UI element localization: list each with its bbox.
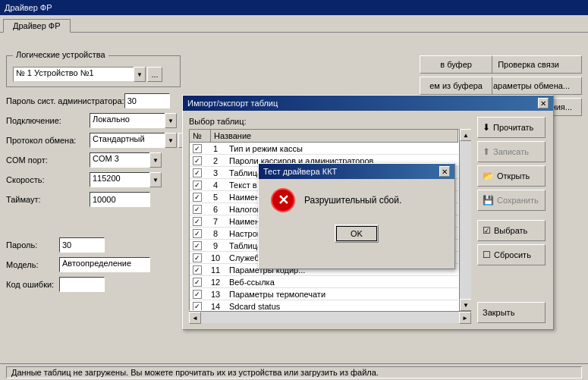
device-select-wrapper: № 1 Устройство №1 ▼ ...: [13, 67, 162, 82]
connection-select[interactable]: Локально: [90, 113, 165, 128]
scroll-track: [460, 141, 471, 299]
table-row[interactable]: ✓ 12 Веб-ссылка: [190, 276, 458, 288]
col-name: Название: [211, 130, 458, 142]
protocol-label: Протокол обмена:: [6, 136, 90, 145]
error-code-row: Код ошибки:: [6, 277, 150, 292]
tab-driver[interactable]: Драйвер ФР: [3, 19, 71, 33]
row-num: 7: [205, 216, 226, 227]
row-num: 13: [205, 289, 226, 300]
speed-select[interactable]: 115200: [90, 172, 150, 187]
table-row[interactable]: ✓ 13 Параметры термопечати: [190, 288, 458, 300]
status-text: Данные таблиц не загружены. Вы можете пр…: [6, 366, 582, 378]
connection-label: Подключение:: [6, 116, 90, 125]
connection-row: Подключение: Локально ▼: [6, 113, 190, 128]
reset-btn[interactable]: ☐ Сбросить: [477, 244, 546, 265]
error-dialog-title: Тест драйвера ККТ: [263, 167, 337, 176]
scroll-up-btn[interactable]: ▲: [460, 129, 471, 141]
password-input[interactable]: [124, 93, 170, 108]
row-checkbox[interactable]: ✓: [193, 290, 202, 299]
error-ok-btn[interactable]: OK: [335, 225, 379, 243]
row-checkbox[interactable]: ✓: [193, 156, 202, 165]
device-browse-btn[interactable]: ...: [147, 67, 162, 82]
row-num: 14: [205, 301, 226, 312]
row-name: Тип и режим кассы: [226, 143, 458, 154]
row-checkbox[interactable]: ✓: [193, 193, 202, 202]
row-checkbox[interactable]: ✓: [193, 144, 202, 153]
horizontal-scrollbar[interactable]: ◄ ►: [189, 311, 471, 323]
protocol-select[interactable]: Стандартный: [90, 133, 165, 148]
timeout-row: Таймаут:: [6, 192, 190, 207]
model-value: Автоопределение: [59, 257, 150, 272]
connection-dropdown-arrow[interactable]: ▼: [165, 113, 177, 128]
speed-label: Скорость:: [6, 175, 90, 184]
row-num: 11: [205, 265, 226, 275]
h-scroll-left-btn[interactable]: ◄: [189, 312, 201, 324]
logical-devices-group: Логические устройства № 1 Устройство №1 …: [6, 55, 181, 87]
open-icon: 📂: [483, 171, 494, 181]
error-icon: ✕: [271, 188, 295, 212]
import-dialog-title-bar: Импорт/экспорт таблиц ✕: [183, 96, 553, 111]
row-checkbox[interactable]: ✓: [193, 181, 202, 190]
row-checkbox[interactable]: ✓: [193, 217, 202, 226]
table-row[interactable]: ✓ 1 Тип и режим кассы: [190, 143, 458, 155]
row-num: 4: [205, 180, 226, 190]
scroll-down-btn[interactable]: ▼: [460, 299, 471, 311]
main-window: Драйвер ФР Драйвер ФР Логические устройс…: [0, 0, 588, 380]
h-scroll-right-btn[interactable]: ►: [459, 312, 471, 324]
reset-icon: ☐: [483, 250, 491, 260]
password-label: Пароль сист. администратора:: [6, 96, 124, 105]
speed-dropdown-arrow[interactable]: ▼: [149, 172, 162, 187]
table-row[interactable]: ✓ 14 Sdcard status: [190, 300, 458, 311]
pw2-input[interactable]: [59, 237, 105, 253]
window-title: Драйвер ФР: [5, 3, 52, 12]
pw2-row: Пароль:: [6, 237, 150, 253]
write-btn[interactable]: ⬆ Записать: [477, 141, 546, 162]
bottom-form-fields: Пароль: Модель: Автоопределение Код ошиб…: [6, 237, 150, 297]
read-icon: ⬇: [483, 122, 490, 133]
import-dialog-close-btn[interactable]: ✕: [538, 98, 549, 108]
select-icon: ☑: [483, 225, 491, 236]
device-select[interactable]: № 1 Устройство №1: [13, 67, 134, 82]
password-row: Пароль сист. администратора:: [6, 93, 190, 108]
row-num: 3: [205, 168, 226, 178]
com-dropdown-arrow[interactable]: ▼: [149, 152, 162, 168]
error-dialog: Тест драйвера ККТ ✕ ✕ Разрушительный сбо…: [258, 163, 455, 269]
row-checkbox[interactable]: ✓: [193, 241, 202, 250]
row-checkbox[interactable]: ✓: [193, 205, 202, 214]
model-label: Модель:: [6, 260, 59, 269]
form-fields: Пароль сист. администратора: Подключение…: [6, 93, 190, 212]
row-checkbox[interactable]: ✓: [193, 302, 202, 311]
row-checkbox[interactable]: ✓: [193, 229, 202, 238]
error-code-value: [59, 277, 105, 292]
row-num: 9: [205, 240, 226, 251]
error-dialog-close-btn[interactable]: ✕: [439, 166, 450, 177]
row-checkbox[interactable]: ✓: [193, 265, 202, 275]
device-dropdown-arrow[interactable]: ▼: [134, 67, 146, 82]
section-label: Выбор таблиц:: [189, 117, 471, 126]
row-checkbox[interactable]: ✓: [193, 253, 202, 262]
logical-devices-label: Логические устройства: [13, 50, 108, 59]
error-code-label: Код ошибки:: [6, 280, 59, 289]
timeout-label: Таймаут:: [6, 195, 90, 204]
timeout-input[interactable]: [90, 192, 150, 207]
com-row: COM порт: COM 3 ▼: [6, 152, 190, 168]
select-btn[interactable]: ☑ Выбрать: [477, 220, 546, 241]
to-buffer-btn[interactable]: в буфер: [420, 55, 492, 74]
com-select[interactable]: COM 3: [90, 152, 150, 168]
row-num: 2: [205, 155, 226, 166]
main-content: Логические устройства № 1 Устройство №1 …: [0, 33, 588, 45]
save-btn[interactable]: 💾 Сохранить: [477, 190, 546, 211]
row-num: 1: [205, 143, 226, 154]
from-buffer-btn[interactable]: ем из буфера: [420, 77, 492, 95]
row-checkbox[interactable]: ✓: [193, 168, 202, 177]
open-btn[interactable]: 📂 Открыть: [477, 165, 546, 187]
row-num: 10: [205, 253, 226, 263]
row-checkbox[interactable]: ✓: [193, 278, 202, 287]
h-scroll-track: [201, 312, 459, 323]
protocol-dropdown-arrow[interactable]: ▼: [165, 133, 177, 148]
table-header: № Название: [190, 130, 458, 143]
com-label: COM порт:: [6, 155, 90, 165]
read-btn[interactable]: ⬇ Прочитать: [477, 117, 546, 138]
vertical-scrollbar[interactable]: ▲ ▼: [459, 129, 471, 311]
dialog-close-btn[interactable]: Закрыть: [477, 302, 546, 323]
